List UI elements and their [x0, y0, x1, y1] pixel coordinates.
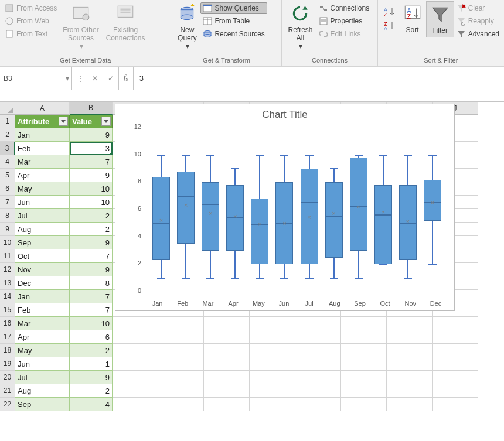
- cell[interactable]: Sep: [15, 236, 70, 249]
- cell[interactable]: 9: [70, 263, 113, 276]
- cell[interactable]: [341, 357, 387, 371]
- cell[interactable]: [204, 344, 250, 357]
- cell[interactable]: [204, 357, 250, 371]
- cell[interactable]: Sep: [15, 398, 70, 411]
- from-access-button[interactable]: From Access: [2, 2, 59, 14]
- cell[interactable]: Apr: [15, 330, 70, 344]
- existing-connections-button[interactable]: Existing Connections: [103, 1, 149, 45]
- cell[interactable]: [295, 398, 341, 411]
- cell[interactable]: 7: [70, 303, 113, 317]
- cell[interactable]: Nov: [15, 263, 70, 276]
- row-header[interactable]: 15: [0, 303, 15, 317]
- cell[interactable]: [204, 317, 250, 330]
- box-whisker[interactable]: ×: [198, 128, 223, 290]
- cell[interactable]: Dec: [15, 276, 70, 290]
- cell[interactable]: [250, 398, 295, 411]
- cell[interactable]: [113, 344, 158, 357]
- box-whisker[interactable]: ×: [322, 128, 346, 290]
- from-other-sources-button[interactable]: From Other Sources ▾: [59, 1, 102, 53]
- cell[interactable]: 7: [70, 155, 113, 169]
- formula-input[interactable]: 3: [134, 67, 504, 90]
- cell[interactable]: 10: [70, 317, 113, 330]
- cell[interactable]: [295, 384, 341, 398]
- box-whisker[interactable]: ×: [297, 128, 321, 290]
- cell[interactable]: Aug: [15, 223, 70, 236]
- filter-button[interactable]: Filter: [426, 1, 454, 37]
- sort-desc-button[interactable]: ZA: [383, 19, 397, 32]
- cell[interactable]: Feb: [15, 142, 70, 155]
- cell[interactable]: [433, 330, 478, 344]
- cell[interactable]: 1: [70, 357, 113, 371]
- cell[interactable]: Jul: [15, 371, 70, 384]
- row-header[interactable]: 20: [0, 371, 15, 384]
- cell[interactable]: [295, 317, 341, 330]
- row-header[interactable]: 7: [0, 196, 15, 209]
- box-whisker[interactable]: ×: [346, 128, 371, 290]
- cell[interactable]: May: [15, 344, 70, 357]
- cell[interactable]: 9: [70, 128, 113, 142]
- cell[interactable]: [204, 330, 250, 344]
- select-all-corner[interactable]: [0, 102, 15, 115]
- table-header-cell[interactable]: Value: [70, 115, 113, 128]
- cell[interactable]: [387, 398, 433, 411]
- box-whisker[interactable]: ×: [223, 128, 247, 290]
- cell[interactable]: Jan: [15, 128, 70, 142]
- refresh-all-button[interactable]: Refresh All ▾: [284, 1, 316, 53]
- cell[interactable]: [158, 317, 204, 330]
- box-whisker[interactable]: ×: [396, 128, 420, 290]
- filter-dropdown-icon[interactable]: [101, 117, 111, 126]
- column-header-B[interactable]: B: [70, 102, 113, 115]
- cell[interactable]: 2: [70, 384, 113, 398]
- row-header[interactable]: 6: [0, 182, 15, 196]
- cell[interactable]: 3: [70, 142, 113, 155]
- cell[interactable]: [433, 317, 478, 330]
- cell[interactable]: [387, 317, 433, 330]
- row-header[interactable]: 5: [0, 169, 15, 182]
- from-web-button[interactable]: From Web: [2, 15, 59, 27]
- cell[interactable]: [295, 357, 341, 371]
- embedded-chart[interactable]: Chart Title 024681012 ×××××××××××× JanFe…: [115, 104, 455, 311]
- cell[interactable]: [158, 371, 204, 384]
- row-header[interactable]: 3: [0, 142, 15, 155]
- row-header[interactable]: 19: [0, 357, 15, 371]
- box-whisker[interactable]: ×: [149, 128, 173, 290]
- row-header[interactable]: 8: [0, 209, 15, 223]
- cell[interactable]: [295, 371, 341, 384]
- box-whisker[interactable]: ×: [272, 128, 297, 290]
- cell[interactable]: May: [15, 182, 70, 196]
- row-header[interactable]: 10: [0, 236, 15, 249]
- cell[interactable]: Mar: [15, 155, 70, 169]
- cell[interactable]: [433, 344, 478, 357]
- advanced-button[interactable]: Advanced: [454, 28, 502, 40]
- row-header[interactable]: 2: [0, 128, 15, 142]
- cell[interactable]: 4: [70, 398, 113, 411]
- cell[interactable]: [250, 330, 295, 344]
- cell[interactable]: 6: [70, 330, 113, 344]
- cell[interactable]: [158, 398, 204, 411]
- cell[interactable]: [341, 317, 387, 330]
- cell[interactable]: [433, 384, 478, 398]
- from-table-button[interactable]: From Table: [200, 15, 267, 27]
- new-query-button[interactable]: New Query ▾: [173, 1, 200, 53]
- box-whisker[interactable]: ×: [173, 128, 198, 290]
- cell[interactable]: [295, 344, 341, 357]
- insert-function-button[interactable]: fx: [119, 67, 134, 90]
- cancel-formula-button[interactable]: ✕: [87, 67, 103, 90]
- cell[interactable]: [433, 357, 478, 371]
- cell[interactable]: [113, 330, 158, 344]
- row-header[interactable]: 14: [0, 290, 15, 303]
- clear-button[interactable]: Clear: [454, 2, 502, 14]
- cell[interactable]: Apr: [15, 169, 70, 182]
- column-header-A[interactable]: A: [15, 102, 70, 115]
- name-box[interactable]: B3 ▾: [0, 67, 72, 90]
- cell[interactable]: [341, 344, 387, 357]
- cell[interactable]: [158, 344, 204, 357]
- cell[interactable]: Feb: [15, 303, 70, 317]
- cell[interactable]: [204, 398, 250, 411]
- cell[interactable]: 2: [70, 344, 113, 357]
- box-whisker[interactable]: ×: [420, 128, 445, 290]
- row-header[interactable]: 9: [0, 223, 15, 236]
- row-header[interactable]: 18: [0, 344, 15, 357]
- cell[interactable]: [204, 384, 250, 398]
- cell[interactable]: 8: [70, 276, 113, 290]
